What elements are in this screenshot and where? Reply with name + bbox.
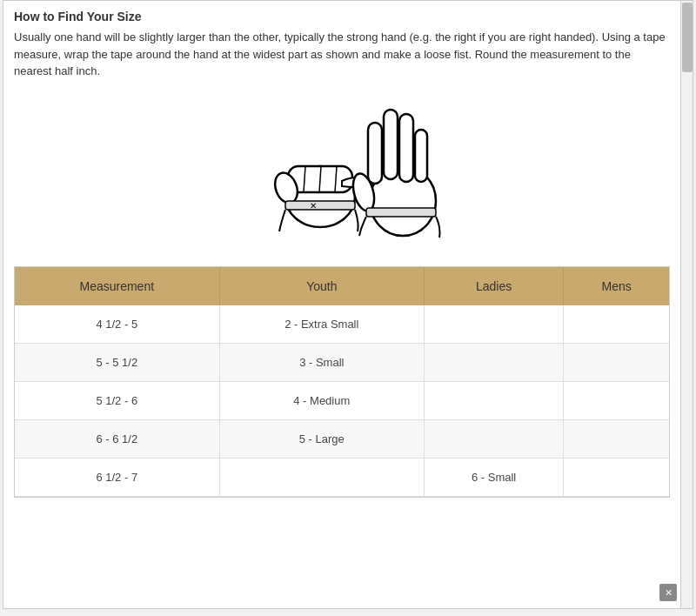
cell-ladies [425,419,564,458]
hand-illustration-container: ✕ [14,92,670,249]
cell-mens [564,343,669,381]
svg-text:✕: ✕ [310,201,317,211]
cell-measurement: 6 - 6 1/2 [15,419,219,458]
cell-measurement: 5 - 5 1/2 [15,343,219,381]
cell-ladies [425,305,564,344]
svg-rect-12 [415,130,427,182]
close-button[interactable]: ✕ [659,584,677,601]
cell-measurement: 6 1/2 - 7 [15,458,219,496]
cell-youth: 5 - Large [219,419,424,458]
table-row: 6 - 6 1/25 - Large [15,419,669,458]
table-row: 6 1/2 - 76 - Small [15,458,669,496]
modal-title: How to Find Your Size [14,10,670,23]
cell-youth: 4 - Medium [219,381,424,419]
table-row: 4 1/2 - 52 - Extra Small [15,305,669,344]
cell-ladies: 6 - Small [425,458,564,496]
cell-measurement: 4 1/2 - 5 [15,305,219,344]
size-table: Measurement Youth Ladies Mens 4 1/2 - 52… [15,267,669,497]
col-header-mens: Mens [564,267,669,305]
cell-youth: 3 - Small [219,343,424,381]
cell-mens [564,305,669,344]
table-row: 5 1/2 - 64 - Medium [15,381,669,419]
content-area: How to Find Your Size Usually one hand w… [3,1,680,608]
table-row: 5 - 5 1/23 - Small [15,343,669,381]
modal-description: Usually one hand will be slightly larger… [14,29,670,80]
svg-rect-11 [399,114,413,182]
col-header-measurement: Measurement [15,267,219,305]
cell-measurement: 5 1/2 - 6 [15,381,219,419]
scrollbar[interactable] [680,1,693,608]
svg-rect-14 [366,208,436,217]
cell-ladies [425,343,564,381]
hand-illustration: ✕ [220,92,464,249]
svg-rect-9 [368,123,382,184]
cell-mens [564,381,669,419]
cell-youth [219,458,424,496]
size-table-container: Measurement Youth Ladies Mens 4 1/2 - 52… [14,266,670,498]
col-header-ladies: Ladies [425,267,564,305]
modal-container: How to Find Your Size Usually one hand w… [3,0,693,609]
svg-rect-10 [384,110,398,179]
cell-youth: 2 - Extra Small [219,305,424,344]
cell-mens [564,419,669,458]
cell-ladies [425,381,564,419]
svg-rect-6 [285,201,355,210]
col-header-youth: Youth [219,267,424,305]
table-header-row: Measurement Youth Ladies Mens [15,267,669,305]
scrollbar-thumb[interactable] [682,3,693,72]
cell-mens [564,458,669,496]
